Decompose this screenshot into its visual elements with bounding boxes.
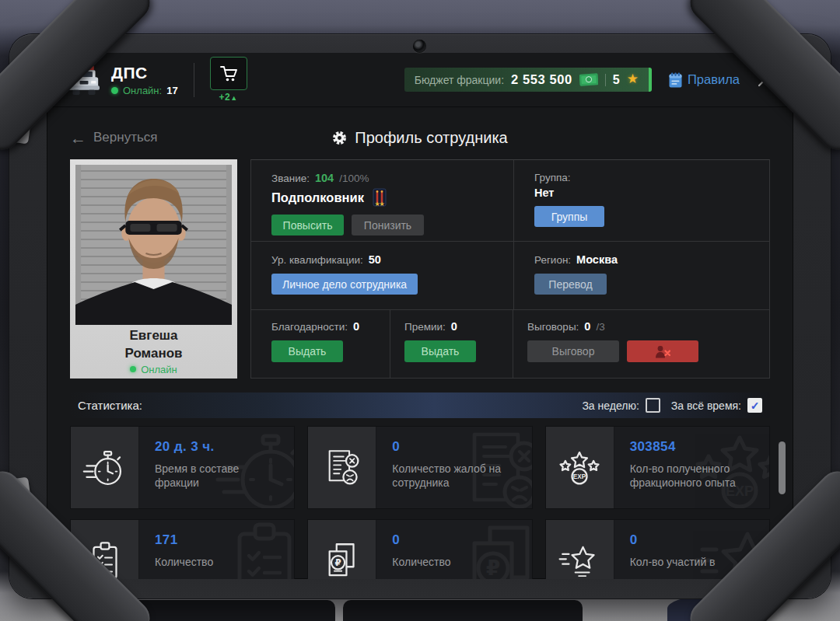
stat-label: Кол-во участий в	[630, 555, 760, 569]
faction-info: ДПС Онлайн: 17	[111, 64, 178, 96]
stat-card-complaints: 0 Количество жалоб на сотрудника	[307, 426, 532, 509]
statistics-bar: Статистика: За неделю: За всё время: ✓	[70, 392, 770, 418]
fire-employee-button[interactable]	[627, 340, 698, 362]
stat-value: 303854	[630, 439, 760, 455]
filter-week-label: За неделю:	[582, 399, 639, 412]
stat-card-ruble: ₽ 0 Количество ₽	[307, 519, 532, 579]
transfer-button[interactable]: Перевод	[534, 274, 607, 295]
app-screen: ДПС Онлайн: 17 +2▲	[47, 53, 793, 579]
checklist-icon	[71, 520, 139, 579]
info-row-rank-group: Звание: 104 /100% Подполковник	[251, 160, 769, 241]
page-content: ← Вернуться Профиль сотрудника	[47, 126, 793, 579]
rules-button[interactable]: Правила	[669, 72, 740, 88]
stat-value: 171	[155, 532, 285, 548]
svg-text:★: ★	[379, 201, 384, 208]
money-icon	[579, 73, 598, 86]
promote-button[interactable]: Повысить	[271, 215, 344, 235]
stat-body: 0 Кол-во участий в	[614, 520, 769, 579]
app-header: ДПС Онлайн: 17 +2▲	[47, 53, 793, 107]
give-thanks-button[interactable]: Выдать	[271, 340, 343, 362]
background-shape	[343, 600, 583, 621]
bonuses-value: 0	[451, 320, 457, 333]
reprimand-button[interactable]: Выговор	[527, 340, 619, 362]
star-icon: ★	[627, 71, 639, 87]
stat-body: 171 Количество	[139, 520, 294, 579]
game-screenshot: { "icons": { "back_arrow": "←", "star": …	[0, 0, 840, 621]
faction-name: ДПС	[111, 64, 178, 82]
close-icon	[757, 72, 773, 88]
participation-star-icon	[546, 520, 614, 579]
employee-first-name: Евгеша	[75, 327, 232, 345]
police-car-icon	[67, 65, 101, 96]
group-label: Группа:	[534, 172, 769, 183]
svg-text:EXP: EXP	[573, 473, 586, 480]
group-cell: Группа: Нет Группы	[513, 160, 769, 241]
stat-card-checklist: 171 Количество	[70, 519, 295, 579]
stat-card-faction-time: 20 д. 3 ч. Время в составе фракции	[70, 426, 295, 509]
profile-section: Евгеша Романов Онлайн Звание: 104 /100%	[70, 159, 770, 379]
reprimands-value: 0	[584, 320, 590, 333]
info-row-awards: Благодарности: 0 Выдать Премии: 0	[251, 309, 769, 378]
header-divider	[194, 63, 194, 97]
stat-watermark	[690, 520, 769, 579]
filter-alltime-label: За всё время:	[671, 399, 741, 412]
group-value: Нет	[534, 187, 769, 199]
rules-label: Правила	[688, 72, 740, 87]
stat-label: Количество	[392, 555, 522, 569]
stat-value: 20 д. 3 ч.	[155, 439, 285, 455]
groups-button[interactable]: Группы	[534, 206, 604, 227]
rank-value: 104	[315, 172, 334, 184]
background-shape	[106, 600, 335, 621]
faction-stars-value: 5	[613, 73, 620, 87]
nav-row: ← Вернуться Профиль сотрудника	[70, 126, 770, 149]
personal-file-button[interactable]: Личное дело сотрудника	[271, 274, 418, 295]
filter-alltime-checkbox[interactable]: ✓	[747, 398, 762, 413]
shop-cart-button[interactable]	[210, 57, 247, 90]
up-triangle-icon: ▲	[230, 94, 237, 102]
gear-icon	[332, 131, 347, 145]
stat-value: 0	[392, 532, 522, 548]
employee-status-label: Онлайн	[141, 364, 177, 375]
qualification-cell: Ур. квалификации: 50 Личное дело сотрудн…	[251, 242, 513, 309]
person-x-icon	[655, 345, 670, 358]
scrollbar-thumb[interactable]	[779, 441, 786, 494]
filter-week[interactable]: За неделю:	[582, 398, 660, 413]
bonuses-label: Премии:	[404, 321, 446, 333]
qualification-label: Ур. квалификации:	[271, 254, 363, 266]
info-row-qualification-region: Ур. квалификации: 50 Личное дело сотрудн…	[251, 241, 769, 309]
thanks-cell: Благодарности: 0 Выдать	[251, 310, 390, 378]
online-count: 17	[166, 85, 177, 96]
budget-value: 2 553 500	[511, 72, 572, 87]
stat-body: 0 Количество ₽	[376, 520, 531, 579]
stopwatch-icon	[71, 427, 139, 508]
employee-mugshot-photo	[75, 165, 232, 325]
close-button[interactable]	[757, 72, 773, 88]
reprimands-suffix: /3	[596, 321, 604, 333]
filter-week-checkbox[interactable]	[646, 398, 660, 413]
tablet-camera	[413, 40, 426, 53]
cart-icon	[219, 65, 238, 83]
employee-status: Онлайн	[75, 364, 232, 375]
rules-notebook-icon	[669, 72, 682, 88]
qualification-value: 50	[369, 253, 381, 266]
online-dot-icon	[111, 87, 118, 94]
background-shape	[667, 596, 742, 621]
filter-alltime[interactable]: За всё время: ✓	[671, 398, 762, 413]
page-title: Профиль сотрудника	[70, 129, 770, 147]
complaints-icon	[308, 427, 376, 508]
employee-last-name: Романов	[75, 345, 232, 363]
region-label: Регион:	[534, 254, 571, 266]
demote-button[interactable]: Понизить	[352, 215, 424, 235]
region-cell: Регион: Москва Перевод	[513, 242, 769, 309]
stat-watermark	[215, 520, 294, 579]
rank-cell: Звание: 104 /100% Подполковник	[251, 160, 513, 241]
online-label: Онлайн:	[123, 85, 162, 96]
stat-body: 20 д. 3 ч. Время в составе фракции	[139, 427, 294, 508]
give-bonus-button[interactable]: Выдать	[404, 340, 476, 362]
stat-value: 0	[630, 532, 760, 548]
ruble-docs-icon: ₽	[308, 520, 376, 579]
employee-name: Евгеша Романов	[75, 327, 232, 363]
reprimands-cell: Выговоры: 0 /3 Выговор	[513, 310, 769, 378]
exp-stars-icon: EXP	[546, 427, 614, 508]
reprimands-label: Выговоры:	[527, 321, 579, 333]
